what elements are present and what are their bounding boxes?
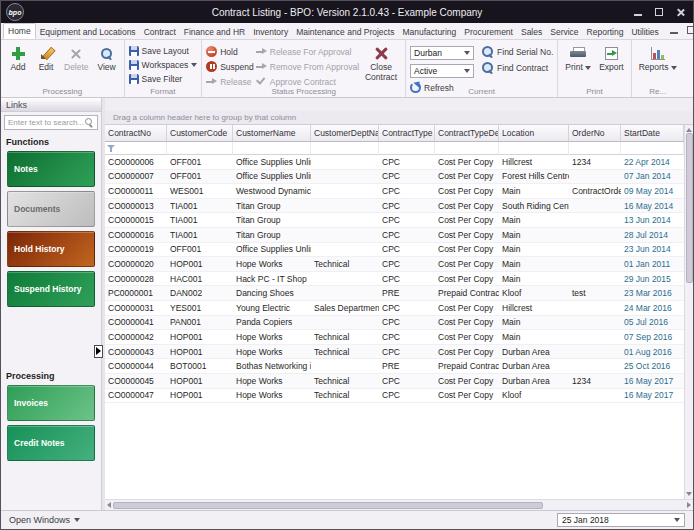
tab-home[interactable]: Home bbox=[3, 23, 36, 39]
close-button[interactable] bbox=[675, 7, 685, 17]
scroll-down-icon[interactable] bbox=[686, 492, 692, 496]
column-header-contractno[interactable]: ContractNo bbox=[105, 125, 167, 142]
print-button[interactable]: Print bbox=[562, 43, 594, 75]
tab-finance-and-hr[interactable]: Finance and HR bbox=[180, 25, 249, 39]
find-contract-button[interactable]: Find Contract bbox=[482, 62, 553, 74]
tab-equipment-and-locations[interactable]: Equipment and Locations bbox=[36, 25, 140, 39]
table-row[interactable]: CO0000019OFF001Office Supplies Unlimited… bbox=[105, 243, 684, 258]
approve-contract-button[interactable]: Approve Contract bbox=[256, 76, 359, 87]
table-row[interactable]: CO0000011WES001Westwood DynamicCPCCost P… bbox=[105, 184, 684, 199]
release-button[interactable]: Release bbox=[206, 76, 254, 87]
group-by-bar[interactable]: Drag a column header here to group by th… bbox=[105, 111, 693, 125]
table-row[interactable]: PC0000001DAN002Dancing ShoesPREPrepaid C… bbox=[105, 286, 684, 301]
minimize-button[interactable] bbox=[633, 7, 643, 17]
find-serial-label: Find Serial No. bbox=[497, 47, 553, 57]
column-header-location[interactable]: Location bbox=[499, 125, 569, 142]
column-header-contracttype[interactable]: ContractType bbox=[379, 125, 435, 142]
column-header-startdate[interactable]: StartDate bbox=[621, 125, 684, 142]
close-contract-button[interactable]: Close Contract bbox=[361, 43, 401, 85]
column-header-customerdeptname[interactable]: CustomerDeptName bbox=[311, 125, 379, 142]
table-row[interactable]: CO0000042HOP001Hope WorksTechnicalCPCCos… bbox=[105, 330, 684, 345]
table-row[interactable]: CO0000043HOP001Hope WorksTechnicalCPCCos… bbox=[105, 345, 684, 360]
reports-button[interactable]: Reports bbox=[636, 43, 680, 75]
remove-from-approval-button[interactable]: Remove From Approval bbox=[256, 61, 359, 72]
suspend-button[interactable]: Suspend bbox=[206, 61, 254, 72]
tab-sales[interactable]: Sales bbox=[517, 25, 546, 39]
filter-cell-customercode[interactable] bbox=[167, 142, 233, 155]
release-for-approval-button[interactable]: Release For Approval bbox=[256, 46, 359, 57]
sidebar-tile-documents[interactable]: Documents bbox=[7, 191, 95, 227]
filter-cell-customerdeptname[interactable] bbox=[311, 142, 379, 155]
cell-customercode: OFF001 bbox=[167, 170, 233, 185]
tab-manufacturing[interactable]: Manufacturing bbox=[398, 25, 460, 39]
filter-cell-startdate[interactable] bbox=[621, 142, 684, 155]
find-serial-button[interactable]: Find Serial No. bbox=[482, 46, 553, 58]
table-row[interactable]: CO0000016TIA001Titan GroupCPCCost Per Co… bbox=[105, 228, 684, 243]
sidebar-search-input[interactable] bbox=[8, 118, 85, 127]
sidebar-tile-invoices[interactable]: Invoices bbox=[7, 385, 95, 421]
cell-contractno: CO0000011 bbox=[105, 184, 167, 199]
tab-reporting[interactable]: Reporting bbox=[583, 25, 628, 39]
column-header-contracttypedesc[interactable]: ContractTypeDesc bbox=[435, 125, 499, 142]
tab-procurement[interactable]: Procurement bbox=[460, 25, 517, 39]
column-header-customercode[interactable]: CustomerCode bbox=[167, 125, 233, 142]
date-field[interactable]: 25 Jan 2018 bbox=[557, 513, 685, 527]
table-row[interactable]: CO0000015TIA001Titan GroupCPCCost Per Co… bbox=[105, 213, 684, 228]
sidebar-tile-suspend-history[interactable]: Suspend History bbox=[7, 271, 95, 307]
tab-inventory[interactable]: Inventory bbox=[249, 25, 292, 39]
scroll-right-icon[interactable] bbox=[687, 502, 691, 508]
tab-utilities[interactable]: Utilities bbox=[627, 25, 662, 39]
workspaces-button[interactable]: Workspaces bbox=[129, 60, 198, 70]
horizontal-scroll-thumb[interactable] bbox=[113, 502, 543, 509]
scroll-up-icon[interactable] bbox=[686, 128, 692, 132]
column-header-customername[interactable]: CustomerName bbox=[233, 125, 311, 142]
table-row[interactable]: CO0000028HAC001Hack PC - IT ShopCPCCost … bbox=[105, 272, 684, 287]
filter-cell-contractno[interactable] bbox=[105, 142, 167, 155]
add-button[interactable]: Add bbox=[5, 43, 31, 75]
filter-cell-orderno[interactable] bbox=[569, 142, 621, 155]
filter-cell-contracttype[interactable] bbox=[379, 142, 435, 155]
scroll-left-icon[interactable] bbox=[107, 502, 111, 508]
filter-funnel-icon[interactable] bbox=[107, 144, 116, 153]
filter-cell-contracttypedesc[interactable] bbox=[435, 142, 499, 155]
site-dropdown[interactable]: Durban bbox=[410, 46, 474, 60]
state-dropdown[interactable]: Active bbox=[410, 64, 474, 78]
mdi-restore-button[interactable] bbox=[686, 25, 694, 35]
filter-cell-customername[interactable] bbox=[233, 142, 311, 155]
mdi-minimize-button[interactable] bbox=[669, 25, 679, 35]
delete-button[interactable]: Delete bbox=[61, 43, 92, 75]
close-contract-icon bbox=[374, 46, 389, 61]
vertical-scrollbar[interactable] bbox=[684, 125, 693, 499]
table-row[interactable]: CO0000031YES001Young ElectricSales Depar… bbox=[105, 301, 684, 316]
tab-service[interactable]: Service bbox=[546, 25, 582, 39]
sidebar-tile-credit-notes[interactable]: Credit Notes bbox=[7, 425, 95, 461]
links-panel-caption[interactable]: Links bbox=[1, 98, 101, 112]
save-filter-button[interactable]: Save Filter bbox=[129, 74, 198, 84]
horizontal-scrollbar[interactable] bbox=[105, 499, 693, 510]
table-row[interactable]: CO0000041PAN001Panda CopiersCPCCost Per … bbox=[105, 316, 684, 331]
table-row[interactable]: CO0000013TIA001Titan GroupCPCCost Per Co… bbox=[105, 199, 684, 214]
filter-cell-location[interactable] bbox=[499, 142, 569, 155]
export-button[interactable]: Export bbox=[596, 43, 627, 75]
tab-contract[interactable]: Contract bbox=[140, 25, 180, 39]
save-layout-button[interactable]: Save Layout bbox=[129, 46, 198, 56]
cell-contracttype: CPC bbox=[379, 243, 435, 258]
column-header-orderno[interactable]: OrderNo bbox=[569, 125, 621, 142]
hold-button[interactable]: Hold bbox=[206, 46, 254, 57]
sidebar-tile-hold-history[interactable]: Hold History bbox=[7, 231, 95, 267]
edit-button[interactable]: Edit bbox=[33, 43, 59, 75]
table-row[interactable]: CO0000020HOP001Hope WorksTechnicalCPCCos… bbox=[105, 257, 684, 272]
table-row[interactable]: CO0000045HOP001Hope WorksTechnicalCPCCos… bbox=[105, 374, 684, 389]
view-button[interactable]: View bbox=[94, 43, 120, 75]
table-row[interactable]: CO0000007OFF001Office Supplies Unlimited… bbox=[105, 170, 684, 185]
tab-maintenance-and-projects[interactable]: Maintenance and Projects bbox=[292, 25, 398, 39]
table-row[interactable]: CO0000006OFF001Office Supplies Unlimited… bbox=[105, 155, 684, 170]
vertical-scroll-thumb[interactable] bbox=[686, 133, 693, 283]
open-windows-button[interactable]: Open Windows bbox=[9, 515, 80, 525]
table-row[interactable]: CO0000047HOP001Hope WorksTechnicalCPCCos… bbox=[105, 389, 684, 404]
cell-startdate: 22 Apr 2014 bbox=[621, 155, 684, 170]
sidebar-tile-notes[interactable]: Notes bbox=[7, 151, 95, 187]
minimize-icon bbox=[634, 8, 642, 16]
maximize-button[interactable] bbox=[654, 7, 664, 17]
table-row[interactable]: CO0000044BOT0001Bothas Networking incPRE… bbox=[105, 359, 684, 374]
